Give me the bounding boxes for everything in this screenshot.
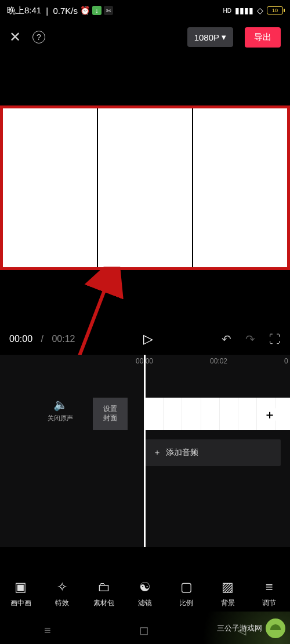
status-sep: | xyxy=(44,6,50,16)
tool-label: 画中画 xyxy=(10,598,31,608)
playback-bar: 00:00 / 00:12 ▷ ↶ ↷ ⛶ xyxy=(0,325,290,354)
mute-label: 关闭原声 xyxy=(46,414,74,423)
assets-icon: 🗀 xyxy=(97,580,110,595)
speaker-icon: 🔈 xyxy=(53,398,68,411)
chevron-down-icon: ▾ xyxy=(222,32,226,42)
tool-label: 滤镜 xyxy=(138,598,152,608)
time-current: 00:00 xyxy=(9,334,32,344)
pip-icon: ▣ xyxy=(14,580,27,595)
adjust-icon: ≡ xyxy=(266,580,273,595)
battery-icon: 10 xyxy=(267,6,283,14)
timeline[interactable]: 00:00 00:02 0 🔈 关闭原声 设置 封面 ＋ ＋ 添加音频 xyxy=(0,355,290,547)
capcut-icon: ✄ xyxy=(104,6,113,15)
redo-icon[interactable]: ↷ xyxy=(245,332,255,346)
tool-label: 素材包 xyxy=(93,598,114,608)
add-clip-button[interactable]: ＋ xyxy=(261,406,278,423)
download-icon: ↓ xyxy=(92,6,102,15)
status-netspeed: 0.7K/s xyxy=(53,6,78,16)
add-audio-button[interactable]: ＋ 添加音频 xyxy=(145,439,281,466)
nav-recents-icon[interactable]: ≡ xyxy=(44,624,51,637)
brand-watermark: 三公子游戏网 xyxy=(217,618,285,638)
preview-panel-1 xyxy=(3,108,97,267)
mute-original-button[interactable]: 🔈 关闭原声 xyxy=(46,398,74,423)
resolution-button[interactable]: 1080P ▾ xyxy=(187,27,233,47)
tool-effects[interactable]: ✧ 特效 xyxy=(41,571,82,616)
cover-label: 设置 封面 xyxy=(103,405,117,423)
status-bar: 晚上8:41 | 0.7K/s ⏰ ↓ ✄ HD ▮▮▮▮ ◇ 10 xyxy=(0,0,290,21)
set-cover-button[interactable]: 设置 封面 xyxy=(93,398,128,430)
tool-assets[interactable]: 🗀 素材包 xyxy=(83,571,124,616)
ruler-mark-1: 00:02 xyxy=(210,357,227,365)
time-total: 00:12 xyxy=(52,334,75,344)
add-audio-label: 添加音频 xyxy=(166,447,198,458)
tool-label: 比例 xyxy=(179,598,193,608)
tool-filter[interactable]: ☯ 滤镜 xyxy=(124,571,165,616)
help-icon[interactable]: ? xyxy=(32,31,45,43)
close-icon[interactable]: ✕ xyxy=(9,29,21,45)
preview-area xyxy=(0,53,290,270)
top-bar: ✕ ? 1080P ▾ 导出 xyxy=(0,21,290,53)
effects-icon: ✧ xyxy=(57,580,67,595)
tool-adjust[interactable]: ≡ 调节 xyxy=(249,571,290,616)
hd-icon: HD xyxy=(223,8,231,14)
plus-icon: ＋ xyxy=(153,447,161,458)
status-time: 晚上8:41 xyxy=(7,5,41,16)
tool-ratio[interactable]: ▢ 比例 xyxy=(166,571,207,616)
alarm-icon: ⏰ xyxy=(80,6,90,15)
ruler-mark-2: 0 xyxy=(284,357,288,365)
resolution-label: 1080P xyxy=(194,32,219,42)
nav-home-icon[interactable]: ◻ xyxy=(139,623,149,637)
playhead[interactable] xyxy=(144,355,146,547)
time-sep: / xyxy=(38,334,46,344)
tool-bg[interactable]: ▨ 背景 xyxy=(207,571,248,616)
signal-icon: ▮▮▮▮ xyxy=(235,6,253,15)
video-preview[interactable] xyxy=(0,105,290,270)
brand-text: 三公子游戏网 xyxy=(217,623,262,634)
filter-icon: ☯ xyxy=(139,580,151,595)
tool-label: 背景 xyxy=(221,598,235,608)
tool-label: 调节 xyxy=(262,598,276,608)
ratio-icon: ▢ xyxy=(180,580,193,595)
undo-icon[interactable]: ↶ xyxy=(222,332,231,346)
tool-label: 特效 xyxy=(55,598,69,608)
export-button[interactable]: 导出 xyxy=(245,27,281,48)
bg-icon: ▨ xyxy=(222,580,234,595)
play-icon[interactable]: ▷ xyxy=(143,332,153,347)
brand-logo-icon xyxy=(266,618,285,638)
preview-panel-2 xyxy=(97,108,192,267)
tool-strip: ▣ 画中画 ✧ 特效 🗀 素材包 ☯ 滤镜 ▢ 比例 ▨ 背景 ≡ 调节 xyxy=(0,571,290,616)
fullscreen-icon[interactable]: ⛶ xyxy=(269,333,281,346)
preview-panel-3 xyxy=(192,108,287,267)
tool-pip[interactable]: ▣ 画中画 xyxy=(0,571,41,616)
wifi-icon: ◇ xyxy=(257,6,263,15)
